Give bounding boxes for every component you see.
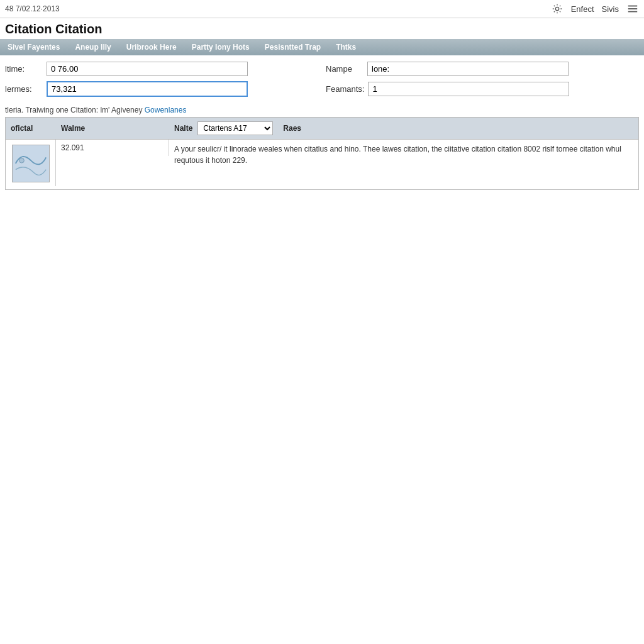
top-bar-actions: Enfect Sivis	[551, 3, 639, 15]
menu-icon[interactable]	[626, 3, 639, 15]
nav-item-thtks[interactable]: Thtks	[333, 42, 358, 53]
ltime-label: ltime:	[5, 64, 43, 74]
nalte-label: Nalte	[174, 124, 192, 133]
td-nalte: A your seulicr/ it linorade weales when …	[169, 140, 638, 170]
svg-rect-2	[628, 8, 637, 9]
nav-item-pesisntted[interactable]: Pesisntted Trap	[262, 42, 323, 53]
table-row: 32.091 A your seulicr/ it linorade weale…	[5, 140, 639, 190]
th-nalte: Nalte Ctartens A17 Option B Option C Rae…	[169, 120, 638, 136]
feamants-input[interactable]	[368, 82, 569, 96]
feamants-label: Feamants:	[326, 84, 364, 94]
top-bar-sivis[interactable]: Sivis	[602, 4, 619, 14]
table-section: ofictal Walme Nalte Ctartens A17 Option …	[0, 117, 644, 190]
raes-label: Raes	[283, 124, 301, 133]
form-group-nampe: Nampe	[326, 62, 639, 76]
td-walme: 32.091	[56, 140, 169, 156]
nampe-label: Nampe	[326, 64, 364, 74]
nav-item-partty[interactable]: Partty Iony Hots	[189, 42, 252, 53]
table-header: ofictal Walme Nalte Ctartens A17 Option …	[5, 117, 639, 140]
nav-item-aneup[interactable]: Aneup Illy	[72, 42, 113, 53]
top-bar-enfect[interactable]: Enfect	[571, 4, 594, 14]
ltime-input[interactable]	[47, 62, 248, 76]
svg-point-5	[19, 158, 24, 163]
criteria-static-text: tleria. Traiwing one Citation: lm' Agive…	[5, 106, 142, 114]
form-group-ltime: ltime:	[5, 62, 318, 76]
form-row-1: ltime: Nampe	[5, 62, 639, 76]
nampe-input[interactable]	[367, 62, 569, 76]
td-ofical	[6, 140, 56, 186]
th-walme: Walme	[56, 123, 169, 134]
form-section: ltime: Nampe lermes: Feamants:	[0, 55, 644, 103]
top-bar-date: 48 7/02.12·2013	[5, 4, 60, 13]
form-group-lermes: lermes:	[5, 81, 318, 97]
nav-bar: Sivel Fayentes Aneup Illy Uribrook Here …	[0, 39, 644, 55]
lermes-input[interactable]	[47, 81, 248, 97]
svg-point-0	[555, 7, 558, 10]
form-group-feamants: Feamants:	[326, 82, 639, 96]
gear-icon[interactable]	[551, 3, 564, 15]
nav-item-uribrook[interactable]: Uribrook Here	[124, 42, 179, 53]
form-row-2: lermes: Feamants:	[5, 81, 639, 97]
svg-rect-3	[628, 11, 637, 13]
nav-item-sivel[interactable]: Sivel Fayentes	[5, 42, 62, 53]
page-title: Citation Citation	[0, 18, 644, 39]
th-ofical: ofictal	[6, 123, 56, 134]
criteria-link[interactable]: Gowenlanes	[145, 106, 187, 114]
criteria-text: tleria. Traiwing one Citation: lm' Agive…	[0, 103, 644, 117]
top-bar: 48 7/02.12·2013 Enfect Sivis	[0, 0, 644, 18]
nalte-dropdown[interactable]: Ctartens A17 Option B Option C	[197, 121, 273, 135]
map-thumbnail	[12, 145, 50, 182]
lermes-label: lermes:	[5, 84, 43, 94]
svg-rect-4	[13, 145, 49, 182]
svg-rect-1	[628, 6, 637, 7]
